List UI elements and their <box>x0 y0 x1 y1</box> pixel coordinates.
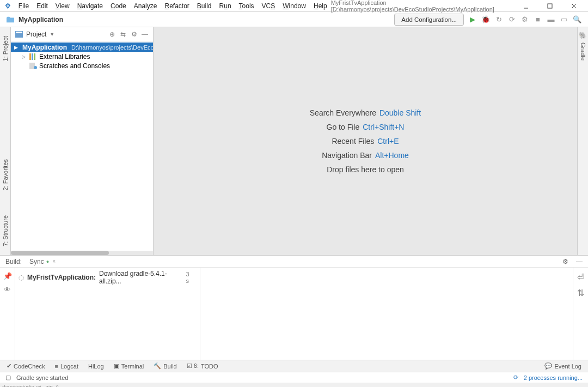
build-tab-sync[interactable]: Sync● × <box>29 258 56 265</box>
menu-refactor[interactable]: Refactor <box>161 1 193 11</box>
window-minimize-button[interactable] <box>514 1 538 11</box>
menu-navigate[interactable]: Navigate <box>74 1 107 11</box>
avd-icon[interactable]: ▬ <box>547 15 555 24</box>
svg-rect-6 <box>29 53 31 60</box>
project-view-label[interactable]: Project <box>26 31 46 38</box>
spinner-icon: ⟳ <box>513 374 518 381</box>
right-tab-gradle[interactable]: Gradle <box>579 39 587 64</box>
window-maximize-button[interactable] <box>538 1 562 11</box>
processes-link[interactable]: 2 processes running... <box>524 374 583 381</box>
build-settings-icon[interactable]: ⚙ <box>562 258 568 265</box>
filter-icon[interactable]: 👁 <box>4 286 11 294</box>
window-close-button[interactable] <box>562 1 586 11</box>
tree-h-scrollbar[interactable] <box>11 251 153 255</box>
svg-rect-8 <box>34 53 35 60</box>
left-tab-project[interactable]: 1: Project <box>1 33 10 64</box>
locate-icon[interactable]: ⊕ <box>108 31 116 38</box>
menu-help[interactable]: Help <box>310 1 331 11</box>
tab-build[interactable]: 🔨 Build <box>154 362 176 370</box>
soft-wrap-icon[interactable]: ⏎ <box>577 272 584 282</box>
tab-hilog[interactable]: HiLog <box>88 363 104 370</box>
add-configuration-button[interactable]: Add Configuration... <box>394 14 464 26</box>
close-icon[interactable]: × <box>52 258 56 264</box>
menu-tools[interactable]: Tools <box>235 1 258 11</box>
tab-terminal[interactable]: ▣ Terminal <box>114 362 144 370</box>
pin-icon[interactable]: 📌 <box>3 272 12 280</box>
run-icon[interactable]: ▶ <box>468 15 477 24</box>
svg-rect-1 <box>548 4 552 8</box>
tree-scratches[interactable]: Scratches and Consoles <box>11 61 153 70</box>
debug-icon[interactable]: 🐞 <box>481 15 490 24</box>
project-tree[interactable]: ▶ MyApplication D:\harmonyos\projects\De… <box>11 41 153 251</box>
window-title-path: MyFristTvApplication [D:\harmonyos\proje… <box>331 0 514 13</box>
project-panel: Project ▼ ⊕ ⇆ ⚙ — ▶ MyApplication D:\har… <box>11 27 154 255</box>
build-task-time: 3 s <box>186 271 197 284</box>
build-tool-strip: 📌 👁 <box>0 268 15 360</box>
breadcrumb[interactable]: MyApplication <box>19 16 63 23</box>
library-icon <box>29 53 37 60</box>
coverage-icon[interactable]: ↻ <box>494 15 503 24</box>
editor-empty-state: Search EverywhereDouble Shift Go to File… <box>154 27 577 255</box>
truncated-bar: devecostudio-wi...zip^ <box>0 383 588 387</box>
build-panel: Build: Sync● × ⚙ — 📌 👁 ◌ MyFristTvApplic… <box>0 255 588 360</box>
status-message: Gradle sync started <box>16 374 68 381</box>
profile-icon[interactable]: ⟳ <box>507 15 516 24</box>
tab-event-log[interactable]: 💬 Event Log <box>544 362 581 370</box>
svg-rect-7 <box>32 53 33 60</box>
build-task-list[interactable]: ◌ MyFristTvApplication: Download gradle-… <box>15 268 200 360</box>
hint-row: Navigation BarAlt+Home <box>322 151 409 160</box>
tab-codecheck[interactable]: ✔ CodeCheck <box>7 362 45 370</box>
hide-icon[interactable]: — <box>141 31 149 38</box>
toolbar: MyApplication Add Configuration... ▶ 🐞 ↻… <box>0 12 588 27</box>
tree-external-libraries[interactable]: ▷ External Libraries <box>11 52 153 61</box>
menubar: File Edit View Navigate Code Analyze Ref… <box>0 0 588 12</box>
root-path: D:\harmonyos\projects\DevEcoStudioProjec… <box>71 44 153 51</box>
status-bar: ▢ Gradle sync started ⟳ 2 processes runn… <box>0 372 588 383</box>
svg-rect-5 <box>16 32 22 33</box>
menu-analyze[interactable]: Analyze <box>130 1 161 11</box>
menu-edit[interactable]: Edit <box>33 1 52 11</box>
settings-icon[interactable]: ⚙ <box>130 31 138 38</box>
build-right-tools: ⏎ ⇅ <box>573 268 588 360</box>
attach-icon[interactable]: ⚙ <box>520 15 529 24</box>
left-gutter: 1: Project 2: Favorites 7: Structure <box>0 27 11 255</box>
stop-icon[interactable]: ■ <box>534 15 542 24</box>
collapse-icon[interactable]: ⇆ <box>119 31 127 38</box>
spinner-icon: ◌ <box>19 274 24 281</box>
scroll-icon[interactable]: ⇅ <box>577 288 584 298</box>
build-hide-icon[interactable]: — <box>576 258 583 265</box>
gradle-elephant-icon: 🐘 <box>579 32 587 39</box>
menu-vcs[interactable]: VCS <box>258 1 279 11</box>
left-tab-favorites[interactable]: 2: Favorites <box>1 156 10 194</box>
folder-icon <box>7 16 14 23</box>
hint-row: Recent FilesCtrl+E <box>332 137 399 146</box>
build-output[interactable] <box>200 268 573 360</box>
menu-window[interactable]: Window <box>279 1 310 11</box>
bottom-tool-tabs: ✔ CodeCheck ≡ Logcat HiLog ▣ Terminal 🔨 … <box>0 360 588 372</box>
project-view-icon <box>15 31 23 38</box>
build-label: Build: <box>5 258 22 265</box>
right-gutter: 🐘 Gradle <box>577 27 588 255</box>
menu-file[interactable]: File <box>15 1 33 11</box>
tab-logcat[interactable]: ≡ Logcat <box>54 363 78 370</box>
menu-build[interactable]: Build <box>193 1 216 11</box>
tab-todo[interactable]: ☑ 6: TODO <box>187 362 218 370</box>
hint-row: Drop files here to open <box>327 165 404 174</box>
sdk-icon[interactable]: ▭ <box>560 15 568 24</box>
main-area: 1: Project 2: Favorites 7: Structure Pro… <box>0 27 588 255</box>
hint-row: Go to FileCtrl+Shift+N <box>327 123 405 131</box>
app-logo-icon <box>4 2 11 10</box>
search-icon[interactable]: 🔍 <box>573 15 581 24</box>
scratches-icon <box>29 63 37 69</box>
menu-run[interactable]: Run <box>216 1 235 11</box>
menu-code[interactable]: Code <box>107 1 130 11</box>
menu-view[interactable]: View <box>52 1 74 11</box>
dropdown-icon[interactable]: ▼ <box>50 32 54 37</box>
status-window-icon[interactable]: ▢ <box>5 374 11 381</box>
build-task-row[interactable]: ◌ MyFristTvApplication: Download gradle-… <box>19 270 197 285</box>
left-tab-structure[interactable]: 7: Structure <box>1 212 10 250</box>
svg-point-10 <box>34 66 37 69</box>
tree-root[interactable]: ▶ MyApplication D:\harmonyos\projects\De… <box>11 43 153 52</box>
hint-row: Search EverywhereDouble Shift <box>310 108 421 117</box>
